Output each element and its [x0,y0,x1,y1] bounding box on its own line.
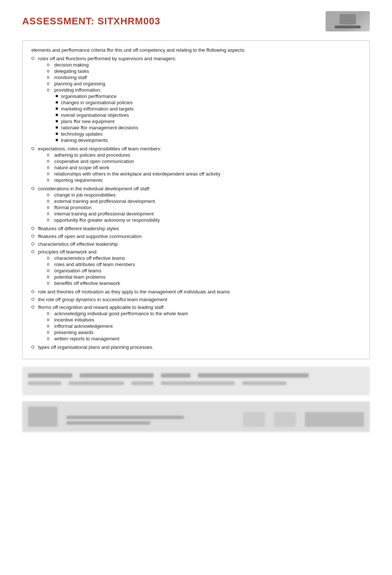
bullet-dot-icon [31,290,34,293]
sub-list-sq-item-0-2: marketing infformation and targets [38,106,361,112]
o-marker: o [47,165,52,170]
blur-block-2 [80,373,154,378]
sub-sq-text-0-4: plans ffor new equipment [61,119,361,124]
o-marker: o [47,330,52,335]
o-marker: o [47,262,52,267]
square-bullet-icon [56,133,58,135]
sub-list-o-item-2-2: offormal promotion [38,205,361,210]
bullet-dot-icon [31,250,34,253]
o-marker: o [47,152,52,157]
sub-list-o-item-6-1: oroles and attributes off team members [38,262,361,267]
sub-sq-text-0-3: overall organisational objectives [61,112,361,118]
main-li-content-1: expectations, roles and responsibilities… [38,146,361,184]
bullet-dot-icon [31,147,34,150]
sub-list-o-item-6-3: opotential team problems [38,274,361,280]
sub-list-o-item-6-2: oorganisation off teams [38,268,361,273]
o-marker: o [47,323,52,329]
sub-list-sq-item-0-5: rationale ffor management decisions [38,125,361,130]
main-li-content-7: role and theories off motivation as they… [38,289,361,295]
sub-list-o-item-9-1: oincentive initiatives [38,317,361,323]
o-marker: o [47,159,52,164]
sub-o-text-1-3: relationships with others in the workpla… [54,171,361,177]
blur-block-9 [242,381,286,385]
sub-o-text-1-4: reporting requirements [54,177,361,183]
main-list-item-4: ffeatures off open and supportive commun… [31,234,361,239]
main-item-text-9: fforms off recognition and reward applic… [38,304,165,310]
square-bullet-icon [56,108,58,110]
main-list-item-7: role and theories off motivation as they… [31,289,361,295]
main-item-text-7: role and theories off motivation as they… [38,289,230,295]
sub-o-text-6-4: beneffits off effective teamwork [54,280,361,286]
o-marker: o [47,68,52,74]
o-marker: o [47,317,52,322]
sub-list-o-item-1-2: onature and scope off work [38,165,361,170]
main-item-text-4: ffeatures off open and supportive commun… [38,234,142,239]
main-item-text-1: expectations, roles and responsibilities… [38,146,161,152]
main-item-text-5: characteristics off effective leadership [38,241,118,247]
sub-list-o-1: oadhering to policies and proceduresocoo… [38,152,361,183]
sub-o-text-6-1: roles and attributes off team members [54,262,361,267]
sub-o-text-2-2: fformal promotion [54,205,361,210]
content-box: elements and perfformance criteria ffor … [22,40,370,359]
o-marker: o [47,81,52,86]
sub-list-o-item-6-0: ocharacteristics off effective teams [38,255,361,261]
sub-list-o-item-0-1: odelegating tasks [38,68,361,74]
o-marker: o [47,62,52,67]
sub-list-o-6: ocharacteristics off effective teamsorol… [38,255,361,286]
logo-inner [326,11,370,31]
sub-list-o-item-6-4: obeneffits off effective teamwork [38,280,361,286]
sub-o-text-1-0: adhering to policies and procedures [54,152,361,158]
o-marker: o [47,217,52,222]
square-bullet-icon [56,101,58,103]
intro-text: elements and perfformance criteria ffor … [31,47,361,53]
sub-list-o-item-9-2: oinfformal acknowledgement [38,323,361,329]
main-list-item-10: types off organisational plans and plann… [31,344,361,350]
o-marker: o [47,336,52,341]
main-list-item-8: the role off group dynamics in successff… [31,297,361,302]
blur-card-3 [274,412,296,427]
sub-list-o-item-9-3: opresenting awards [38,330,361,335]
sub-o-text-2-0: change in job responsibilities [54,192,361,198]
bullet-dot-icon [31,346,34,348]
sub-sq-text-0-6: technology updates [61,131,361,137]
sub-list-o-item-1-3: orelationships with others in the workpl… [38,171,361,177]
main-li-content-4: ffeatures off open and supportive commun… [38,234,361,239]
blurred-section [22,367,370,395]
sub-o-text-6-0: characteristics off effective teams [54,255,361,261]
sub-sq-text-0-0: organisation perfformance [61,93,361,99]
blurred-row-2 [28,381,364,385]
square-bullet-icon [56,139,58,141]
header: ASSESSMENT: SITXHRM003 [22,11,370,31]
sub-list-o-item-0-4: oproviding infformation: [38,87,361,93]
blurred-bottom [22,401,370,432]
sub-list-o-item-2-3: ointernal training and proffessional dev… [38,211,361,217]
sub-o-text-6-2: organisation off teams [54,268,361,273]
sub-sq-text-0-1: changes in organisational policies [61,100,361,105]
blur-block-8 [161,381,235,385]
main-list-item-2: considerations in the individual develop… [31,186,361,224]
sub-list-sq-item-0-6: technology updates [38,131,361,137]
sub-o-text-1-2: nature and scope off work [54,165,361,170]
main-li-content-6: principles off teamwork and:ocharacteris… [38,249,361,287]
sub-o-text-9-2: infformal acknowledgement [54,323,361,329]
blur-block-4 [198,373,309,378]
sub-o-text-2-1: external training and proffessional deve… [54,198,361,204]
main-li-content-5: characteristics off effective leadership [38,241,361,247]
page: ASSESSMENT: SITXHRM003 elements and perf… [0,0,392,575]
main-item-text-8: the role off group dynamics in successff… [38,297,167,302]
o-marker: o [47,211,52,216]
square-bullet-icon [56,120,58,122]
o-marker: o [47,75,52,80]
sub-o-text-0-4: providing infformation: [54,87,361,93]
sub-o-text-0-1: delegating tasks [54,68,361,74]
sub-list-o-item-9-4: owritten reports to management [38,336,361,341]
page-title: ASSESSMENT: SITXHRM003 [22,16,161,27]
blur-lines-1 [66,416,234,427]
o-marker: o [47,274,52,279]
bullet-dot-icon [31,242,34,245]
square-bullet-icon [56,126,58,129]
sub-list-o-2: ochange in job responsibilitiesoexternal… [38,192,361,223]
main-item-text-10: types off organisational plans and plann… [38,344,154,350]
square-bullet-icon [56,114,58,116]
sub-o-text-9-0: acknowledging individual good perfforman… [54,311,361,316]
